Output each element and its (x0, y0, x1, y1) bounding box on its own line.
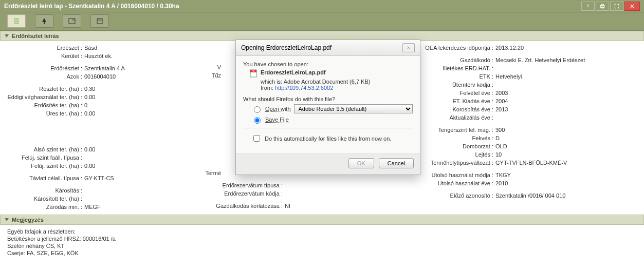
label-v: V (159, 64, 221, 71)
label-open-with: Open with (265, 106, 291, 112)
radio-save-file[interactable] (254, 117, 261, 124)
ok-button[interactable]: OK (348, 158, 374, 168)
collapse-icon (5, 218, 9, 221)
label-karositott: Károsított ter. (ha) : (5, 195, 82, 202)
dialog-filename: ErdoreszletLeiroLap.pdf (261, 69, 326, 75)
tab-tree[interactable] (35, 14, 53, 28)
label-tavlati: Távlati célall. típusa : (5, 175, 82, 182)
value-gazd-korlat: NI (285, 202, 290, 209)
label-erdosites: Erdősítés ter. (ha) : (5, 102, 82, 109)
label-feluj-ter: Felúj. szint ter. (ha) : (5, 162, 82, 169)
label-rezervatum-kod: Erdőrezervátum kódja : (159, 190, 283, 197)
toolbar (0, 12, 644, 31)
collapse-icon (5, 34, 9, 37)
fullscreen-button[interactable] (610, 2, 623, 11)
value-zarodas: MEGF (84, 203, 101, 210)
value-lejtes: 10 (495, 151, 502, 158)
label-erdoreszlet: Erdőrészlet : (5, 65, 82, 72)
close-icon (406, 46, 411, 50)
value-which-is: Adobe Acrobat Document (6,7 KB) (284, 79, 371, 85)
value-oea: 2013.12.20 (495, 44, 524, 51)
svg-rect-11 (44, 22, 45, 24)
svg-rect-14 (97, 18, 102, 24)
label-gazd-korlat: Gazdálkodás korlátozása : (159, 202, 283, 209)
value-elozo: Szentkatalin /0016/ 004 010 (495, 192, 565, 199)
note-line: Szélén néhány CS, KT (7, 242, 637, 249)
value-eddigi: 0.00 (84, 93, 95, 101)
value-felvetel: 2003 (495, 89, 508, 97)
radio-open-with[interactable] (254, 106, 261, 113)
checkbox-auto[interactable] (253, 135, 260, 142)
svg-point-13 (73, 20, 75, 21)
tree-icon (40, 17, 48, 25)
pdf-icon: PDF (249, 69, 257, 78)
value-utolso-ev: 2010 (495, 180, 508, 187)
value-tengerszint: 300 (495, 126, 505, 133)
building-icon (96, 17, 104, 25)
exclamation-icon (585, 3, 591, 9)
section-header-notes[interactable]: Megjegyzés (0, 215, 644, 225)
lines-icon (12, 17, 21, 25)
value-tavlati: GY-KTT-CS (84, 175, 114, 182)
dialog-title-text: Opening ErdoreszletLeiroLap.pdf (241, 44, 332, 51)
label-auto: Do this automatically for files like thi… (265, 136, 391, 142)
dialog-close-button[interactable] (402, 43, 415, 52)
value-domborzat: OLD (495, 143, 507, 150)
value-azok: 0016004010 (84, 73, 116, 80)
label-elozo: Előző azonosító : (380, 192, 493, 199)
value-gazdalkodo: Mecseki E. Zrt. Hetvehelyi Erdészet (495, 56, 585, 64)
label-also: Alsó szint ter. (ha) : (5, 146, 82, 153)
tab-calendar[interactable] (90, 14, 109, 28)
label-ures: Üres ter. (ha) : (5, 110, 82, 117)
select-application[interactable]: Adobe Reader 9.5 (default) (294, 104, 413, 113)
label-zarodas: Záródás min. : (5, 203, 82, 210)
value-erdeszet: Sásd (84, 44, 97, 51)
note-line: Betöltéskor a jellemző HRSZ: 000016/01 /… (7, 235, 637, 242)
titlebar-actions (581, 2, 640, 11)
window-title: Erdőrészlet leíró lap - Szentkatalin 4 A… (4, 0, 179, 12)
value-from[interactable]: http://109.74.53.2:6002 (275, 85, 333, 91)
value-ures: 0.00 (84, 110, 95, 117)
note-line: Cserje: FA, SZE, EGG, KÖK (7, 249, 637, 257)
left-column: Erdészet :Sásd Kerület :Husztót ek. Erdő… (0, 44, 154, 211)
value-utolso-mod: TKGY (495, 171, 511, 179)
dialog-buttons: OK Cancel (236, 153, 420, 175)
svg-marker-10 (42, 18, 46, 22)
label-karositas: Károsítás : (5, 187, 82, 194)
label-tuz: Tűz (159, 72, 221, 79)
label-from: from: (261, 85, 273, 91)
close-button[interactable] (624, 2, 640, 11)
dialog-titlebar: Opening ErdoreszletLeiroLap.pdf (236, 40, 420, 56)
value-kerulet: Husztót ek. (84, 52, 113, 60)
label-azok: Azok : (5, 73, 82, 80)
dialog-body: You have chosen to open: PDF Erdoreszlet… (236, 56, 420, 153)
value-etk: Hetvehelyi (495, 73, 522, 80)
cancel-button[interactable]: Cancel (379, 158, 414, 168)
warn-button[interactable] (581, 2, 595, 11)
tab-image[interactable] (63, 14, 81, 28)
section-title: Erdőrészlet leírás (12, 33, 59, 39)
tab-sheet[interactable] (7, 14, 26, 28)
svg-text:PDF: PDF (252, 70, 255, 72)
notes-content: Egyéb fafajok a részletben: Betöltéskor … (0, 225, 644, 260)
label-utolso-ev: Utolsó használat éve : (380, 180, 493, 187)
close-icon (629, 3, 635, 9)
svg-rect-3 (601, 4, 604, 5)
label-kerulet: Kerület : (5, 52, 82, 60)
printer-icon (599, 3, 605, 9)
value-korosbitas: 2013 (495, 106, 508, 113)
label-eddigi: Eddigi véghasználat ter. (ha) : (5, 93, 82, 101)
print-button[interactable] (596, 2, 609, 11)
value-erdosites: 0 (84, 102, 87, 109)
section-title: Megjegyzés (12, 217, 44, 223)
titlebar: Erdőrészlet leíró lap - Szentkatalin 4 A… (0, 0, 644, 12)
value-reszlet-ter: 0.30 (84, 85, 95, 92)
download-dialog: Opening ErdoreszletLeiroLap.pdf You have… (235, 40, 420, 175)
dialog-question: What should Firefox do with this file? (243, 96, 413, 102)
dialog-intro: You have chosen to open: (243, 61, 413, 67)
note-line: Egyéb fafajok a részletben: (7, 228, 637, 235)
value-kiadas: 2004 (495, 98, 508, 105)
value-feluj-ter: 0.00 (84, 162, 95, 169)
fullscreen-icon (614, 3, 620, 9)
value-fekves: D (495, 134, 500, 142)
